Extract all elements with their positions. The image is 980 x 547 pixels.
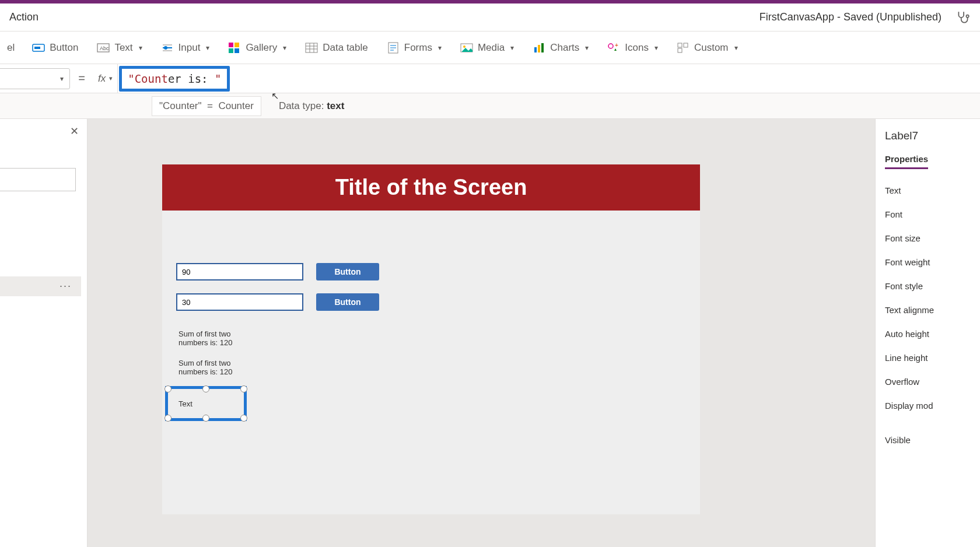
- svg-rect-25: [538, 45, 540, 52]
- tree-view-panel: ✕ ···: [0, 119, 88, 547]
- input-row-1: Button: [176, 263, 700, 280]
- properties-panel: Label7 Properties Text Font Font size Fo…: [875, 119, 980, 547]
- insert-button-label: Button: [50, 42, 78, 54]
- button-2[interactable]: Button: [316, 293, 379, 311]
- text-icon: Abc: [97, 41, 110, 54]
- hint-eq: =: [207, 100, 213, 111]
- resize-handle[interactable]: [240, 415, 247, 422]
- formula-string-open: "Count: [128, 72, 168, 85]
- insert-gallery[interactable]: Gallery ▾: [227, 39, 288, 57]
- chevron-down-icon: ▾: [654, 44, 658, 52]
- prop-font-weight[interactable]: Font weight: [885, 250, 971, 274]
- insert-media-label: Media: [478, 42, 505, 54]
- tab-properties[interactable]: Properties: [885, 154, 928, 169]
- insert-forms-label: Forms: [404, 42, 432, 54]
- button-icon: [32, 41, 45, 54]
- data-type-value: text: [327, 100, 344, 111]
- tree-selected-row[interactable]: ···: [0, 276, 81, 296]
- screen-canvas[interactable]: Title of the Screen Button Button Sum of…: [162, 164, 700, 514]
- resize-handle[interactable]: [240, 385, 247, 392]
- text-input-2[interactable]: [176, 293, 303, 311]
- svg-rect-31: [678, 48, 682, 52]
- forms-icon: [387, 41, 400, 54]
- intellisense-row: ↖ "Counter" = Counter Data type: text: [0, 93, 980, 119]
- input-icon: [161, 41, 174, 54]
- svg-rect-10: [235, 43, 239, 47]
- close-icon[interactable]: ✕: [70, 125, 79, 138]
- app-title: FirstCanvasApp - Saved (Unpublished): [760, 11, 942, 23]
- svg-rect-11: [229, 48, 233, 53]
- insert-custom[interactable]: Custom ▾: [676, 39, 739, 57]
- formula-string-mid: er is:: [168, 72, 215, 85]
- prop-font[interactable]: Font: [885, 202, 971, 226]
- app-checker-icon[interactable]: [956, 10, 971, 25]
- canvas-area[interactable]: Title of the Screen Button Button Sum of…: [88, 119, 875, 547]
- fx-icon: fx: [98, 73, 106, 85]
- insert-button[interactable]: Button: [31, 39, 79, 57]
- tree-search-input[interactable]: [0, 168, 76, 191]
- resize-handle[interactable]: [164, 385, 172, 392]
- screen-title-label[interactable]: Title of the Screen: [162, 164, 700, 211]
- button-1[interactable]: Button: [316, 263, 379, 280]
- chevron-down-icon: ▾: [60, 75, 64, 83]
- more-icon[interactable]: ···: [60, 280, 72, 292]
- chevron-down-icon: ▾: [109, 75, 113, 82]
- insert-datatable[interactable]: Data table: [304, 39, 369, 57]
- svg-rect-2: [34, 47, 40, 49]
- prop-font-size[interactable]: Font size: [885, 226, 971, 250]
- sum-label-2[interactable]: Sum of first two numbers is: 120: [178, 359, 249, 376]
- prop-display-mode[interactable]: Display mod: [885, 394, 971, 418]
- property-selector[interactable]: ▾: [0, 68, 70, 89]
- prop-line-height[interactable]: Line height: [885, 346, 971, 370]
- insert-text[interactable]: Abc Text ▾: [96, 39, 143, 57]
- svg-point-0: [966, 15, 968, 17]
- chevron-down-icon: ▾: [139, 44, 142, 52]
- prop-visible[interactable]: Visible: [885, 428, 971, 452]
- svg-point-27: [608, 44, 613, 48]
- menu-action[interactable]: Action: [9, 11, 38, 23]
- prop-overflow[interactable]: Overflow: [885, 370, 971, 394]
- insert-icons[interactable]: + Icons ▾: [606, 39, 659, 57]
- prop-font-style[interactable]: Font style: [885, 274, 971, 298]
- selected-label-control[interactable]: Text: [165, 386, 247, 421]
- prop-text-align[interactable]: Text alignme: [885, 298, 971, 322]
- datatable-icon: [305, 41, 318, 54]
- svg-rect-30: [684, 43, 688, 47]
- custom-icon: [677, 41, 690, 54]
- resize-handle[interactable]: [202, 385, 209, 392]
- chevron-down-icon: ▾: [283, 44, 286, 52]
- media-icon: [460, 41, 473, 54]
- ribbon-truncated-label: el: [5, 42, 15, 54]
- insert-text-label: Text: [114, 42, 132, 54]
- prop-auto-height[interactable]: Auto height: [885, 322, 971, 346]
- resize-handle[interactable]: [202, 415, 209, 422]
- insert-gallery-label: Gallery: [246, 42, 277, 54]
- insert-ribbon: el Button Abc Text ▾ Input ▾ Gallery ▾ D…: [0, 31, 980, 64]
- equals-sign: =: [70, 72, 93, 85]
- svg-text:Abc: Abc: [100, 45, 109, 51]
- input-row-2: Button: [176, 293, 700, 311]
- insert-forms[interactable]: Forms ▾: [386, 39, 443, 57]
- hint-right: Counter: [218, 100, 253, 111]
- data-type-indicator: Data type: text: [279, 100, 344, 112]
- insert-custom-label: Custom: [694, 42, 729, 54]
- insert-datatable-label: Data table: [323, 42, 368, 54]
- workspace: ✕ ··· Title of the Screen Button Button …: [0, 119, 980, 547]
- prop-text[interactable]: Text: [885, 178, 971, 202]
- text-input-1[interactable]: [176, 263, 303, 280]
- insert-input[interactable]: Input ▾: [160, 39, 211, 57]
- sum-label-1[interactable]: Sum of first two numbers is: 120: [178, 329, 249, 347]
- svg-point-23: [463, 45, 466, 48]
- insert-charts[interactable]: Charts ▾: [531, 39, 590, 57]
- fx-button[interactable]: fx ▾: [93, 64, 118, 93]
- intellisense-suggestion[interactable]: "Counter" = Counter: [152, 96, 261, 116]
- formula-text-highlighted: "Counter is: ": [119, 66, 230, 92]
- insert-icons-label: Icons: [625, 42, 649, 54]
- icons-icon: +: [607, 41, 620, 54]
- resize-handle[interactable]: [164, 415, 172, 422]
- insert-media[interactable]: Media ▾: [459, 39, 515, 57]
- selected-control-name: Label7: [885, 129, 971, 142]
- charts-icon: [533, 41, 545, 54]
- cursor-icon: ↖: [271, 90, 279, 101]
- formula-input[interactable]: "Counter is: ": [118, 64, 980, 93]
